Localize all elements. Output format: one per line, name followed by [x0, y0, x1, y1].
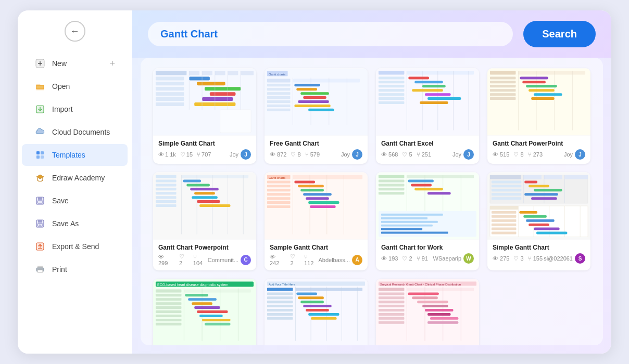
- sidebar-item-new[interactable]: New +: [22, 53, 128, 74]
- svg-rect-177: [490, 175, 521, 179]
- svg-rect-65: [294, 105, 330, 107]
- template-thumb-5: [153, 172, 256, 240]
- sidebar-item-academy[interactable]: Edraw Academy: [22, 167, 128, 189]
- svg-rect-119: [156, 184, 177, 186]
- template-card-9[interactable]: ECG-based heart disease diagnostic syste…: [153, 279, 256, 345]
- svg-rect-271: [379, 292, 405, 295]
- svg-rect-91: [490, 71, 516, 75]
- sidebar-item-print[interactable]: Print: [22, 258, 128, 280]
- svg-rect-253: [300, 301, 324, 303]
- template-info-8: Simple Gantt Chart 👁 275 ♡ 3 ⑂ 155 si@02…: [487, 240, 590, 268]
- svg-rect-170: [381, 217, 427, 219]
- svg-rect-178: [523, 175, 542, 179]
- svg-rect-208: [529, 224, 549, 226]
- sidebar-label-new: New: [52, 59, 67, 68]
- svg-rect-126: [192, 196, 218, 199]
- svg-rect-99: [490, 81, 516, 83]
- template-info-6: Sample Gantt Chart 👁 242 ♡ 2 ⑂ 112 Abdel…: [265, 240, 368, 270]
- svg-rect-250: [267, 296, 293, 299]
- template-card-2[interactable]: Gantt charts: [265, 68, 368, 164]
- eye-icon: 👁: [158, 151, 164, 158]
- sidebar-item-templates[interactable]: Templates: [22, 144, 128, 166]
- svg-rect-211: [492, 232, 517, 235]
- template-card-5[interactable]: Gantt Chart Powerpoint 👁 299 ♡ 2 ⑂ 104 C…: [153, 172, 256, 270]
- template-thumb-11: Surgical Research Gantt Chart - Clinical…: [376, 279, 479, 345]
- svg-rect-192: [492, 197, 521, 200]
- template-card-11[interactable]: Surgical Research Gantt Chart - Clinical…: [376, 279, 479, 345]
- svg-rect-33: [156, 92, 184, 96]
- svg-rect-251: [298, 296, 324, 299]
- author-name-8: si@022061: [544, 255, 573, 262]
- svg-rect-82: [379, 89, 405, 92]
- plus-icon: +: [109, 58, 115, 69]
- svg-rect-110: [156, 175, 177, 178]
- svg-rect-261: [311, 317, 337, 320]
- sidebar-item-save[interactable]: Save: [22, 190, 128, 212]
- template-card-8[interactable]: Simple Gantt Chart 👁 275 ♡ 3 ⑂ 155 si@02…: [487, 172, 590, 270]
- svg-rect-49: [293, 79, 360, 82]
- sidebar-item-open[interactable]: Open: [22, 75, 128, 97]
- svg-rect-283: [379, 317, 405, 320]
- svg-rect-224: [156, 298, 182, 301]
- template-name-4: Gantt Chart PowerPoint: [493, 140, 585, 147]
- svg-rect-22: [189, 71, 199, 75]
- search-query-text: Gantt Chart: [160, 28, 218, 40]
- template-name-2: Free Gantt Chart: [270, 140, 362, 147]
- sidebar-item-cloud[interactable]: Cloud Documents: [22, 121, 128, 143]
- author-name-3: Joy: [452, 151, 461, 158]
- svg-rect-80: [379, 85, 405, 87]
- svg-rect-24: [215, 71, 225, 75]
- svg-rect-236: [156, 323, 182, 326]
- svg-text:Gantt charts: Gantt charts: [269, 176, 285, 179]
- svg-rect-274: [412, 296, 438, 299]
- template-card-10[interactable]: Add Your Title Here: [265, 279, 368, 345]
- author-name-6: Abdelbass...: [318, 257, 350, 263]
- template-stats-1: 👁 1.1k ♡ 15 ⑂ 707: [158, 151, 211, 158]
- avatar-3: J: [463, 149, 474, 160]
- svg-rect-216: [156, 289, 182, 292]
- template-card-7[interactable]: Gantt Chart for Work 👁 193 ♡ 2 ⑂ 91 WSae…: [376, 172, 479, 270]
- template-stats-6: 👁 242 ♡ 2 ⑂ 112: [270, 253, 318, 266]
- svg-rect-186: [492, 185, 521, 187]
- svg-rect-85: [425, 93, 451, 96]
- svg-rect-257: [306, 309, 329, 311]
- svg-rect-30: [197, 82, 225, 85]
- svg-rect-121: [156, 188, 177, 190]
- svg-rect-124: [194, 192, 215, 194]
- svg-rect-21: [156, 71, 186, 75]
- svg-rect-203: [492, 215, 517, 218]
- sidebar-item-export[interactable]: Export & Send: [22, 236, 128, 257]
- svg-rect-248: [267, 292, 293, 295]
- svg-rect-286: [427, 321, 458, 324]
- sidebar-label-open: Open: [52, 82, 70, 90]
- template-card-6[interactable]: Gantt charts: [265, 172, 368, 270]
- svg-rect-6: [36, 155, 40, 159]
- svg-rect-70: [407, 71, 474, 75]
- svg-rect-69: [379, 71, 405, 75]
- template-card-1[interactable]: Simple Gantt Chart 👁 1.1k ♡ 15 ⑂ 707 Joy…: [153, 68, 256, 164]
- svg-rect-117: [156, 180, 177, 183]
- template-card-3[interactable]: Gantt Chart Excel 👁 568 ♡ 5 ⑂ 251 Joy J: [376, 68, 479, 164]
- svg-rect-249: [296, 292, 317, 295]
- svg-rect-277: [379, 305, 405, 307]
- svg-rect-180: [565, 175, 588, 179]
- search-button[interactable]: Search: [523, 21, 596, 47]
- svg-rect-171: [381, 221, 438, 223]
- svg-rect-59: [300, 92, 329, 95]
- template-stats-2: 👁 872 ♡ 8 ⑂ 579: [270, 151, 320, 158]
- author-row-1: 👁 1.1k ♡ 15 ⑂ 707 Joy J: [158, 149, 251, 160]
- sidebar-item-import[interactable]: Import: [22, 98, 128, 120]
- save-icon: [34, 195, 46, 206]
- svg-rect-56: [267, 88, 291, 90]
- svg-rect-254: [267, 305, 293, 307]
- search-input-display[interactable]: Gantt Chart: [148, 22, 513, 46]
- avatar-4: J: [575, 149, 585, 160]
- svg-rect-86: [379, 97, 405, 100]
- svg-rect-62: [267, 100, 291, 103]
- template-stats-7: 👁 193 ♡ 2 ⑂ 91: [381, 255, 428, 262]
- sidebar: ← New + Ope: [18, 10, 132, 354]
- back-button[interactable]: ←: [65, 21, 85, 42]
- sidebar-item-saveas[interactable]: A Save As: [22, 213, 128, 235]
- template-card-4[interactable]: Gantt Chart PowerPoint 👁 515 ♡ 8 ⑂ 273 J…: [487, 68, 590, 164]
- avatar-2: J: [352, 149, 362, 160]
